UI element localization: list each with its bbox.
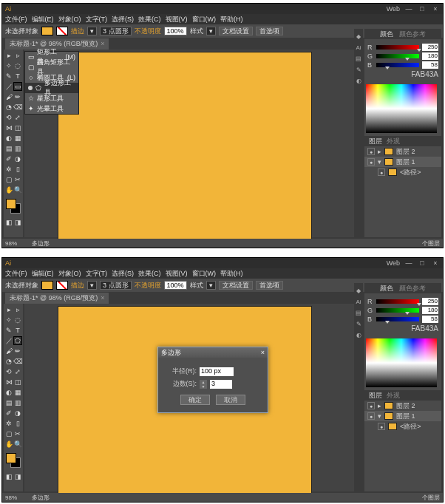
polygon-tool-icon[interactable]: ⬠	[13, 336, 22, 345]
line-tool-icon[interactable]: ／	[4, 82, 13, 91]
stroke-weight-field[interactable]: ▾	[87, 281, 97, 290]
blend-tool-icon[interactable]: ◑	[13, 409, 22, 418]
brush-tool-icon[interactable]: 🖌	[4, 92, 13, 101]
eyedropper-tool-icon[interactable]: ✐	[4, 409, 13, 418]
hex-field[interactable]: FAB43A	[409, 70, 438, 78]
width-tool-icon[interactable]: ⋈	[4, 378, 13, 386]
rectangle-tool-icon[interactable]: ▭	[13, 82, 22, 91]
style-label[interactable]: 样式	[190, 27, 203, 36]
layer-row[interactable]: ●<路径>	[364, 421, 441, 432]
type-tool-icon[interactable]: T	[13, 72, 22, 81]
pen-tool-icon[interactable]: ✎	[4, 326, 13, 335]
blob-brush-tool-icon[interactable]: ◔	[4, 103, 13, 112]
symbol-spray-tool-icon[interactable]: ✲	[4, 419, 13, 428]
menu-select[interactable]: 选择(S)	[112, 269, 134, 279]
visibility-toggle-icon[interactable]: ●	[378, 168, 385, 176]
panel-icon[interactable]: ◆	[356, 287, 361, 294]
eyedropper-tool-icon[interactable]: ✐	[4, 154, 13, 163]
hand-tool-icon[interactable]: ✋	[4, 185, 13, 194]
pen-tool-icon[interactable]: ✎	[4, 72, 13, 81]
panel-icon[interactable]: Ai	[356, 299, 361, 305]
sides-input[interactable]: 3	[210, 380, 232, 389]
artboard[interactable]	[58, 52, 311, 240]
expand-icon[interactable]: ▸	[378, 148, 381, 155]
color-spectrum[interactable]	[366, 338, 437, 387]
menu-edit[interactable]: 编辑(E)	[32, 15, 54, 24]
zoom-level[interactable]: 98%	[5, 240, 17, 247]
slice-tool-icon[interactable]: ✂	[13, 429, 22, 438]
ok-button[interactable]: 确定	[180, 395, 210, 405]
menu-object[interactable]: 对象(O)	[58, 15, 81, 24]
visibility-toggle-icon[interactable]: ●	[367, 402, 375, 409]
opacity-field[interactable]: 100%	[164, 281, 187, 290]
layer-row[interactable]: ●▾图层 1	[364, 157, 441, 167]
blob-brush-tool-icon[interactable]: ◔	[4, 357, 13, 366]
wand-tool-icon[interactable]: ✧	[4, 316, 13, 324]
color-mode-icon[interactable]: ◧	[4, 218, 13, 227]
tab-layers[interactable]: 图层	[369, 391, 382, 401]
menu-edit[interactable]: 编辑(E)	[32, 269, 54, 279]
width-tool-icon[interactable]: ⋈	[4, 123, 13, 132]
color-spectrum[interactable]	[366, 84, 437, 133]
zoom-tool-icon[interactable]: 🔍	[13, 440, 22, 449]
close-button[interactable]: ×	[431, 5, 440, 13]
dialog-titlebar[interactable]: 多边形 ×	[158, 347, 268, 358]
tab-appearance[interactable]: 外观	[387, 137, 400, 146]
panel-icon[interactable]: ◆	[356, 33, 361, 40]
gradient-tool-icon[interactable]: ▥	[13, 144, 22, 153]
lasso-tool-icon[interactable]: ◌	[13, 61, 22, 70]
flyout-polygon[interactable]: ⬠多边形工具	[25, 83, 78, 93]
stroke-weight-field[interactable]: ▾	[87, 27, 97, 35]
b-slider[interactable]: B58	[367, 61, 438, 69]
selection-tool-icon[interactable]: ▸	[4, 51, 13, 60]
close-button[interactable]: ×	[431, 259, 440, 267]
panel-icon[interactable]: ◐	[356, 78, 361, 84]
direct-select-tool-icon[interactable]: ▹	[13, 51, 22, 60]
menu-window[interactable]: 窗口(W)	[192, 15, 217, 24]
free-transform-tool-icon[interactable]: ◫	[13, 123, 22, 132]
type-tool-icon[interactable]: T	[13, 326, 22, 335]
fill-swatch[interactable]	[41, 281, 53, 290]
r-slider[interactable]: R250	[367, 44, 438, 51]
dialog-close-icon[interactable]: ×	[261, 349, 265, 356]
minimize-button[interactable]: —	[404, 5, 413, 13]
platform-link[interactable]: Web	[387, 5, 400, 13]
panel-icon[interactable]: ✎	[356, 67, 361, 73]
expand-icon[interactable]: ▾	[378, 158, 381, 166]
rotate-tool-icon[interactable]: ⟲	[4, 113, 13, 122]
visibility-toggle-icon[interactable]: ●	[367, 158, 375, 166]
minimize-button[interactable]: —	[404, 259, 413, 267]
panel-icon[interactable]: ▤	[356, 310, 361, 316]
gradient-mode-icon[interactable]: ◨	[13, 218, 22, 227]
shapebuilder-tool-icon[interactable]: ◐	[4, 134, 13, 143]
expand-icon[interactable]: ▸	[378, 402, 381, 409]
fill-stroke-stack[interactable]	[6, 199, 21, 214]
panel-icon[interactable]: ▤	[356, 55, 361, 62]
graph-tool-icon[interactable]: ▯	[13, 419, 22, 428]
document-tab[interactable]: 未标题-1* @ 98% (RGB/预览) ×	[5, 293, 109, 304]
pencil-tool-icon[interactable]: ✏	[13, 347, 22, 355]
opacity-field[interactable]: 100%	[164, 27, 187, 35]
tab-color-guide[interactable]: 颜色参考	[399, 284, 426, 293]
tab-close-icon[interactable]: ×	[101, 294, 104, 302]
menu-type[interactable]: 文字(T)	[86, 15, 108, 24]
menu-view[interactable]: 视图(V)	[166, 15, 188, 24]
opacity-label[interactable]: 不透明度	[135, 281, 161, 290]
menu-file[interactable]: 文件(F)	[5, 269, 27, 279]
maximize-button[interactable]: □	[418, 259, 427, 267]
menu-window[interactable]: 窗口(W)	[192, 269, 217, 279]
g-slider[interactable]: G180	[367, 307, 438, 314]
style-label[interactable]: 样式	[190, 281, 203, 290]
zoom-tool-icon[interactable]: 🔍	[13, 185, 22, 194]
platform-link[interactable]: Web	[387, 259, 400, 267]
brush-tool-icon[interactable]: 🖌	[4, 347, 13, 355]
hand-tool-icon[interactable]: ✋	[4, 440, 13, 449]
flyout-rounded-rect[interactable]: ▢圆角矩形工具	[25, 62, 78, 72]
eraser-tool-icon[interactable]: ⌫	[13, 103, 22, 112]
tab-close-icon[interactable]: ×	[101, 40, 104, 47]
zoom-level[interactable]: 98%	[5, 494, 17, 501]
pencil-tool-icon[interactable]: ✏	[13, 92, 22, 101]
artboard-tool-icon[interactable]: ▢	[4, 429, 13, 438]
hex-field[interactable]: FAB43A	[409, 324, 438, 333]
layer-row[interactable]: ●<路径>	[364, 167, 441, 177]
